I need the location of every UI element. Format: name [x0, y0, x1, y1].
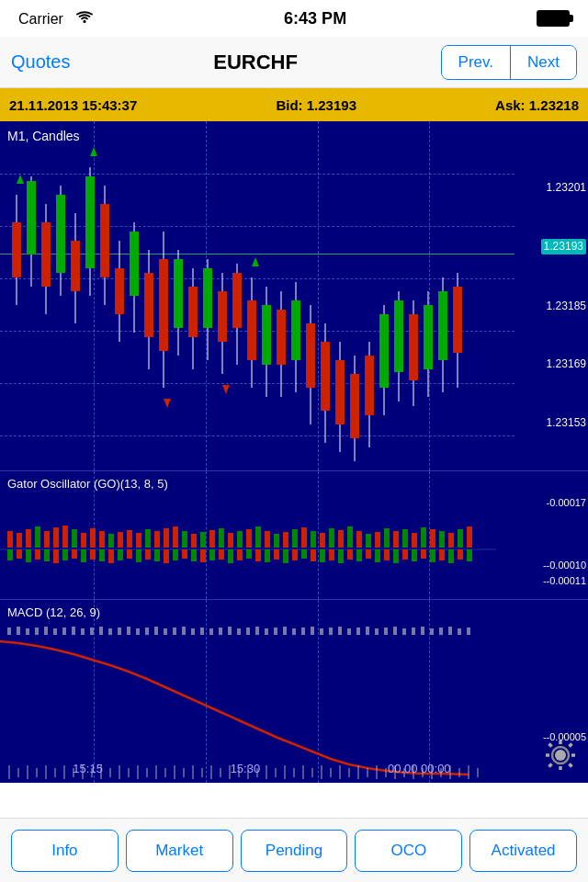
svg-rect-181 — [145, 628, 149, 635]
svg-rect-206 — [375, 628, 379, 635]
svg-rect-146 — [292, 549, 298, 560]
svg-rect-106 — [393, 531, 399, 548]
svg-rect-148 — [311, 549, 316, 561]
svg-rect-14 — [100, 204, 109, 277]
svg-rect-183 — [164, 628, 167, 635]
svg-rect-78 — [136, 533, 141, 548]
price-3: 1.23185 — [541, 300, 586, 312]
macd-chart[interactable]: MACD (12, 26, 9) — [0, 599, 588, 783]
settings-button[interactable] — [542, 737, 579, 774]
tab-market[interactable]: Market — [126, 830, 233, 872]
svg-rect-38 — [277, 310, 286, 365]
svg-rect-159 — [412, 549, 417, 561]
svg-rect-138 — [219, 549, 224, 560]
tab-activated[interactable]: Activated — [469, 830, 577, 872]
time-label-3: 00.00 00:00 — [388, 762, 451, 775]
svg-rect-117 — [26, 549, 31, 562]
arrow-up — [252, 257, 259, 266]
svg-rect-30 — [218, 291, 227, 342]
svg-rect-71 — [72, 529, 77, 548]
svg-rect-6 — [41, 222, 51, 287]
svg-rect-194 — [265, 628, 268, 635]
tab-oco[interactable]: OCO — [355, 830, 462, 872]
price-5: 1.23153 — [541, 416, 586, 429]
svg-rect-140 — [237, 549, 243, 560]
svg-rect-151 — [338, 549, 344, 563]
svg-rect-198 — [301, 628, 305, 635]
svg-rect-116 — [17, 549, 22, 559]
svg-rect-91 — [255, 526, 261, 548]
svg-rect-132 — [164, 549, 169, 563]
quote-datetime: 21.11.2013 15:43:37 — [9, 97, 137, 113]
quotes-back-button[interactable]: Quotes — [11, 51, 70, 73]
svg-rect-99 — [329, 528, 334, 548]
svg-rect-169 — [35, 628, 39, 635]
svg-rect-199 — [311, 627, 314, 635]
svg-rect-88 — [228, 533, 233, 548]
gator-top-value: -0.00017 — [547, 497, 586, 508]
svg-rect-157 — [393, 549, 399, 563]
svg-rect-81 — [164, 528, 169, 548]
svg-rect-109 — [421, 527, 426, 548]
svg-rect-211 — [421, 627, 424, 635]
svg-rect-44 — [321, 342, 330, 411]
svg-rect-105 — [384, 528, 390, 548]
svg-rect-77 — [127, 530, 132, 548]
svg-rect-212 — [430, 628, 434, 635]
svg-rect-22 — [159, 259, 168, 351]
svg-rect-180 — [136, 628, 140, 635]
svg-rect-2 — [12, 222, 21, 277]
svg-rect-97 — [311, 531, 316, 548]
svg-rect-103 — [366, 534, 371, 548]
svg-rect-100 — [338, 530, 344, 548]
svg-rect-137 — [209, 549, 215, 560]
svg-rect-115 — [7, 549, 13, 560]
tab-pending[interactable]: Pending — [241, 830, 348, 872]
svg-rect-90 — [246, 529, 252, 548]
svg-rect-158 — [402, 549, 408, 560]
svg-rect-18 — [130, 232, 139, 296]
svg-rect-150 — [329, 549, 334, 560]
svg-rect-207 — [384, 628, 388, 635]
svg-rect-72 — [81, 533, 86, 548]
svg-rect-153 — [356, 549, 362, 561]
svg-rect-192 — [246, 628, 250, 635]
svg-rect-32 — [232, 273, 242, 328]
gator-label: Gator Oscillator (GO)(13, 8, 5) — [7, 477, 168, 491]
svg-rect-196 — [283, 627, 287, 635]
svg-rect-79 — [145, 529, 151, 548]
svg-rect-107 — [402, 529, 408, 548]
svg-rect-8 — [56, 195, 65, 273]
svg-rect-144 — [274, 549, 279, 560]
svg-rect-214 — [448, 627, 452, 635]
price-bid-active: 1.23193 — [541, 239, 586, 254]
main-chart[interactable]: M1, Candles — [0, 121, 588, 470]
svg-rect-170 — [44, 627, 48, 635]
svg-rect-127 — [118, 549, 123, 560]
svg-rect-172 — [62, 628, 66, 635]
svg-rect-202 — [338, 627, 342, 635]
price-4: 1.23169 — [541, 357, 586, 370]
svg-rect-36 — [262, 305, 271, 365]
carrier-text: Carrier — [18, 11, 63, 27]
svg-rect-185 — [182, 627, 186, 635]
svg-rect-188 — [209, 628, 213, 635]
gator-values: -‑0.00010 -‑0.00011 — [543, 558, 586, 590]
svg-rect-96 — [301, 527, 307, 548]
svg-rect-89 — [237, 531, 243, 548]
tab-info[interactable]: Info — [11, 830, 119, 872]
svg-rect-46 — [335, 360, 345, 424]
prev-button[interactable]: Prev. — [442, 46, 511, 79]
svg-rect-120 — [53, 549, 59, 563]
next-button[interactable]: Next — [511, 46, 576, 79]
svg-rect-121 — [62, 549, 68, 560]
wifi-icon — [75, 11, 94, 27]
svg-rect-48 — [350, 374, 359, 438]
svg-rect-160 — [421, 549, 426, 559]
svg-rect-28 — [203, 268, 212, 328]
svg-rect-147 — [301, 549, 307, 559]
svg-rect-94 — [283, 532, 288, 548]
svg-rect-195 — [274, 628, 277, 635]
svg-rect-111 — [439, 531, 445, 548]
gator-oscillator-chart[interactable]: Gator Oscillator (GO)(13, 8, 5) — [0, 470, 588, 599]
